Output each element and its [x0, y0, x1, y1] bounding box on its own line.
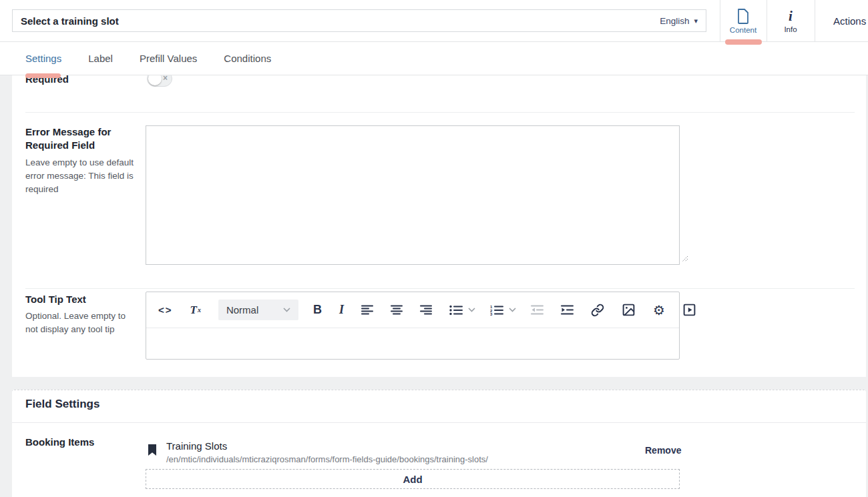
- bullet-list-chevron-icon[interactable]: [468, 308, 475, 312]
- tab-prefill-values[interactable]: Prefill Values: [140, 53, 197, 64]
- divider: [815, 0, 815, 42]
- top-bar: English ▾ Content i Info Actions: [0, 0, 868, 42]
- divider: [25, 288, 855, 289]
- field-title-input[interactable]: [21, 15, 660, 27]
- image-icon[interactable]: [622, 303, 636, 317]
- bullet-list-icon[interactable]: [449, 305, 463, 316]
- tab-content[interactable]: Content: [720, 0, 767, 42]
- booking-items-label: Booking Items: [25, 436, 94, 449]
- language-value: English: [660, 16, 689, 26]
- tab-info[interactable]: i Info: [767, 0, 815, 42]
- info-icon: i: [789, 9, 793, 23]
- bold-icon[interactable]: B: [313, 303, 322, 317]
- richtext-toolbar: <> Tx Normal B I: [146, 292, 679, 328]
- indent-icon[interactable]: [561, 305, 574, 315]
- settings-tab-active-indicator: [25, 73, 61, 78]
- tooltip-richtext-editor: <> Tx Normal B I: [146, 292, 680, 360]
- divider: [25, 112, 855, 113]
- language-selector[interactable]: English ▾: [660, 16, 698, 26]
- booking-item-title: Training Slots: [166, 440, 227, 452]
- divider: [12, 422, 866, 423]
- content-tab-active-indicator: [725, 39, 762, 45]
- chevron-down-icon: [283, 308, 290, 312]
- embed-video-icon[interactable]: [682, 303, 696, 317]
- paragraph-style-value: Normal: [226, 304, 258, 316]
- tab-settings[interactable]: Settings: [25, 53, 61, 64]
- numbered-list-chevron-icon[interactable]: [509, 308, 516, 312]
- paragraph-style-select[interactable]: Normal: [218, 300, 298, 320]
- content-tab-label: Content: [730, 26, 756, 34]
- clear-formatting-icon[interactable]: Tx: [190, 304, 201, 317]
- code-view-icon[interactable]: <>: [158, 304, 173, 316]
- tooltip-help: Optional. Leave empty to not display any…: [25, 310, 134, 336]
- tooltip-label: Tool Tip Text: [25, 293, 86, 306]
- field-settings-panel: Field Settings Booking Items Training Sl…: [12, 390, 866, 497]
- field-settings-heading: Field Settings: [25, 398, 99, 411]
- add-button[interactable]: Add: [146, 469, 680, 489]
- align-right-icon[interactable]: [420, 305, 432, 315]
- info-tab-label: Info: [784, 25, 797, 33]
- resize-handle-icon[interactable]: [681, 255, 689, 263]
- align-left-icon[interactable]: [361, 305, 373, 315]
- tab-label[interactable]: Label: [88, 53, 113, 64]
- svg-text:3: 3: [490, 312, 493, 316]
- numbered-list-icon[interactable]: 123: [490, 305, 503, 316]
- remove-button[interactable]: Remove: [645, 445, 681, 456]
- error-message-textarea[interactable]: [146, 125, 680, 265]
- field-title-box: English ▾: [12, 9, 706, 32]
- tooltip-editor-content[interactable]: [146, 328, 679, 359]
- actions-button[interactable]: Actions: [833, 0, 866, 42]
- document-icon: [737, 9, 749, 24]
- error-message-label: Error Message for Required Field: [25, 125, 127, 152]
- bookmark-icon: [148, 444, 156, 456]
- tab-conditions[interactable]: Conditions: [224, 53, 271, 64]
- outdent-icon: [531, 305, 544, 315]
- align-center-icon[interactable]: [391, 305, 403, 315]
- gear-icon[interactable]: ⚙: [653, 304, 665, 317]
- field-editor-window: Required × Error Message for Required Fi…: [0, 0, 868, 497]
- caret-down-icon: ▾: [694, 17, 698, 25]
- italic-icon[interactable]: I: [339, 303, 344, 317]
- link-icon[interactable]: [591, 304, 604, 317]
- error-message-help: Leave empty to use default error message…: [25, 156, 143, 196]
- settings-panel: Required × Error Message for Required Fi…: [12, 64, 866, 377]
- booking-item-path: /en/mtic/individuals/mticraziqrosman/for…: [166, 454, 488, 464]
- field-tab-bar: Settings Label Prefill Values Conditions: [0, 42, 868, 75]
